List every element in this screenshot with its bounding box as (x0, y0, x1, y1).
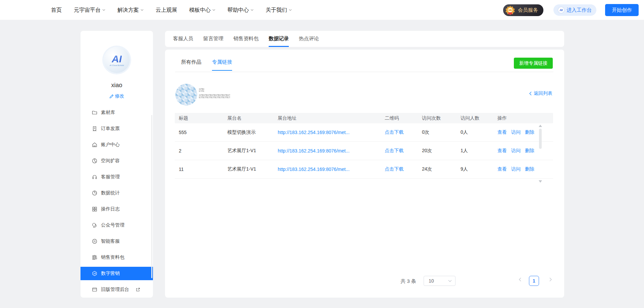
sidebar-item-logs[interactable]: 操作日志 (80, 201, 153, 217)
workspace-button-label: 进入工作台 (567, 7, 592, 13)
avatar-subtext: AI Cloud Exhibit (110, 64, 124, 66)
nav-item-home[interactable]: 首页 (51, 7, 62, 14)
tab-data-records[interactable]: 数据记录 (269, 31, 289, 47)
page-size-select[interactable]: 10 (424, 276, 455, 286)
username: xiao (80, 82, 153, 89)
visit-link[interactable]: 访问 (511, 129, 521, 135)
nav-item-metaverse[interactable]: 元宇宙平台 (74, 7, 105, 14)
visit-link[interactable]: 访问 (511, 148, 521, 154)
wechat-icon (92, 223, 97, 228)
hall-url-link[interactable]: http://183.162.254.169:8076/met... (278, 148, 350, 153)
user-avatar[interactable]: AI AI Cloud Exhibit (104, 47, 130, 73)
nav-item-about[interactable]: 关于我们 (266, 7, 292, 14)
table-row: 11 艺术展厅1-V1 http://183.162.254.169:8076/… (175, 160, 553, 179)
start-creating-button[interactable]: 开始创作 (605, 4, 639, 16)
links-table: 标题 展台名 展台地址 二维码 访问次数 访问人数 操作 555 模型切换演示 … (175, 113, 553, 179)
view-link[interactable]: 查看 (497, 148, 507, 154)
scrollbar-thumb[interactable] (539, 129, 542, 149)
sidebar-menu: 素材库 订单发票 账户中心 空间扩容 客服管理 数据统计 操作日志 公众号管理 (80, 110, 153, 296)
nav-item-cloud-exhibit[interactable]: 云上观展 (156, 7, 177, 14)
sidebar-item-storage[interactable]: 空间扩容 (80, 153, 153, 169)
member-badge-label: 会员服务 (518, 7, 538, 13)
col-visits: 访问次数 (418, 115, 457, 121)
subtab-exclusive-links[interactable]: 专属链接 (212, 59, 232, 71)
cell-visits: 0次 (418, 129, 457, 135)
enter-workspace-button[interactable]: AI 进入工作台 (553, 4, 596, 16)
col-qr: 二维码 (381, 115, 418, 121)
vip-medal-icon (505, 5, 515, 15)
chevron-down-icon (289, 9, 292, 11)
sidebar-item-service[interactable]: 客服管理 (80, 169, 153, 185)
qr-download-link[interactable]: 点击下载 (385, 129, 404, 135)
pagination-next-button[interactable] (547, 276, 554, 283)
sidebar-item-legacy-admin[interactable]: 旧版管理后台 (80, 282, 153, 296)
scroll-up-arrow-icon[interactable] (539, 125, 542, 127)
cell-title: 11 (175, 167, 223, 172)
nav-menu: 首页 元宇宙平台 解决方案 云上观展 模板中心 帮助中心 关于我们 (51, 0, 292, 20)
member-service-badge[interactable]: 会员服务 (503, 4, 543, 16)
pagination-total: 共 3 条 (400, 278, 416, 285)
subtab-all-works[interactable]: 所有作品 (181, 59, 201, 71)
pencil-icon (109, 94, 114, 99)
bank-icon (92, 142, 97, 147)
pagination-prev-button[interactable] (517, 276, 523, 283)
delete-link[interactable]: 删除 (525, 148, 534, 154)
sidebar-item-smart-service[interactable]: 智能客服 (80, 233, 153, 249)
chat-lines-icon (92, 239, 97, 244)
pie-chart-icon (92, 158, 97, 164)
tab-service-staff[interactable]: 客服人员 (173, 31, 193, 47)
main-content: 所有作品 专属链接 新增专属链接 返回列表 标题 展台名 展台地址 二维码 访问… (165, 50, 564, 298)
stats-pie-icon (92, 190, 97, 196)
hall-url-link[interactable]: http://183.162.254.169:8076/met... (278, 130, 350, 135)
books-icon (92, 255, 97, 260)
sidebar-scrollbar[interactable] (151, 115, 152, 278)
nav-item-solutions[interactable]: 解决方案 (117, 7, 144, 14)
scroll-down-arrow-icon[interactable] (539, 180, 542, 183)
chevron-down-icon (448, 280, 452, 282)
nav-item-help[interactable]: 帮助中心 (227, 7, 254, 14)
back-to-list-link[interactable]: 返回列表 (529, 90, 552, 97)
sidebar: AI AI Cloud Exhibit xiao 修改 素材库 订单发票 账户中… (80, 31, 153, 298)
qr-download-link[interactable]: 点击下载 (385, 166, 404, 172)
view-link[interactable]: 查看 (497, 166, 507, 172)
delete-link[interactable]: 删除 (525, 129, 534, 135)
tab-hot-comments[interactable]: 热点评论 (299, 31, 319, 47)
edit-label: 修改 (115, 93, 124, 99)
chevron-down-icon (141, 9, 144, 11)
cell-title: 2 (175, 148, 223, 153)
edit-profile-link[interactable]: 修改 (80, 93, 153, 99)
tab-sales-kit[interactable]: 销售资料包 (233, 31, 259, 47)
qr-download-link[interactable]: 点击下载 (385, 148, 404, 153)
table-header: 标题 展台名 展台地址 二维码 访问次数 访问人数 操作 (175, 113, 553, 123)
visit-link[interactable]: 访问 (511, 166, 521, 172)
cell-visitors: 1人 (457, 148, 493, 154)
sidebar-item-statistics[interactable]: 数据统计 (80, 185, 153, 201)
pagination-page-1[interactable]: 1 (529, 276, 539, 286)
create-button-label: 开始创作 (612, 7, 632, 13)
sidebar-item-sales-kit[interactable]: 销售资料包 (80, 249, 153, 265)
col-hall: 展台名 (223, 115, 274, 121)
nav-item-templates[interactable]: 模板中心 (189, 7, 215, 14)
sidebar-item-wechat[interactable]: 公众号管理 (80, 217, 153, 233)
ai-logo-icon: AI (558, 7, 564, 13)
sidebar-item-digital-marketing[interactable]: 数字营销 (80, 267, 153, 280)
cell-hall: 艺术展厅1-V1 (223, 166, 274, 172)
sidebar-item-invoices[interactable]: 订单发票 (80, 121, 153, 137)
sidebar-item-materials[interactable]: 素材库 (80, 110, 153, 121)
cell-visits: 20次 (418, 148, 457, 154)
divider (175, 72, 553, 72)
subtabs: 所有作品 专属链接 (181, 59, 232, 71)
cell-title: 555 (175, 130, 223, 135)
chevron-left-icon (519, 278, 521, 282)
col-actions: 操作 (493, 115, 553, 121)
col-url: 展台地址 (274, 115, 381, 121)
tab-messages[interactable]: 留言管理 (203, 31, 223, 47)
table-scrollbar[interactable] (538, 125, 542, 183)
blurred-user-avatar (175, 84, 197, 106)
add-exclusive-link-button[interactable]: 新增专属链接 (514, 58, 553, 69)
sidebar-item-account[interactable]: 账户中心 (80, 137, 153, 153)
view-link[interactable]: 查看 (497, 129, 507, 135)
delete-link[interactable]: 删除 (525, 166, 534, 172)
top-navbar: 首页 元宇宙平台 解决方案 云上观展 模板中心 帮助中心 关于我们 会员服务 A… (0, 0, 644, 20)
hall-url-link[interactable]: http://183.162.254.169:8076/met... (278, 167, 350, 172)
